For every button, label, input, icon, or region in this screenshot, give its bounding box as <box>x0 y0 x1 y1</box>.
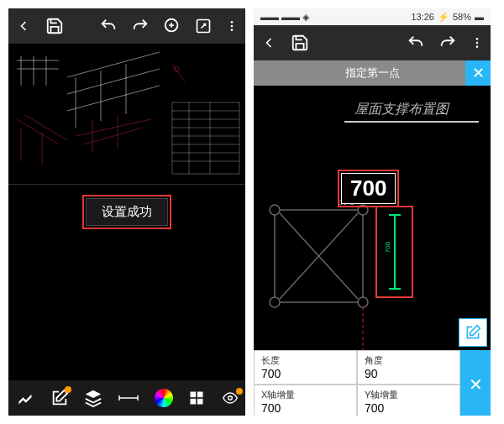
svg-point-45 <box>228 396 233 400</box>
edit-input-button[interactable] <box>459 318 487 347</box>
fullscreen-icon[interactable] <box>195 18 212 34</box>
cad-drawing <box>8 44 245 185</box>
drawing-canvas[interactable]: 屋面支撑布置图 GJ-1 700 700 <box>254 86 491 350</box>
angle-cell[interactable]: 角度 90 <box>357 350 460 385</box>
zoom-extents-icon[interactable] <box>163 17 181 35</box>
bottom-toolbar <box>8 380 245 416</box>
svg-line-13 <box>67 69 160 94</box>
cad-wireframe: GJ-1 <box>254 86 491 350</box>
measurement-highlight: 700 <box>338 170 399 207</box>
y-increment-cell[interactable]: Y轴增量 700 <box>357 385 460 416</box>
measure-icon[interactable] <box>118 392 139 404</box>
more-icon[interactable] <box>470 34 484 51</box>
length-value: 700 <box>261 367 349 380</box>
length-label: 长度 <box>261 354 349 367</box>
more-icon[interactable] <box>225 18 239 34</box>
svg-point-47 <box>476 38 479 40</box>
undo-icon[interactable] <box>99 17 118 35</box>
back-icon[interactable] <box>260 34 277 51</box>
svg-point-52 <box>270 297 280 307</box>
angle-value: 90 <box>365 367 453 380</box>
top-toolbar <box>8 8 245 44</box>
redo-icon[interactable] <box>438 34 457 52</box>
svg-rect-42 <box>197 392 203 398</box>
battery-icon: ▬ <box>475 12 484 22</box>
battery-percent: 58% <box>453 12 471 22</box>
svg-point-50 <box>270 205 280 215</box>
y-increment-value: 700 <box>365 401 453 415</box>
signal-icon: ▬▬ ▬▬ ◈ <box>260 12 309 23</box>
toast-message: 设置成功 <box>86 198 168 226</box>
redo-icon[interactable] <box>131 17 150 35</box>
dimension-line-highlight: 700 <box>375 206 413 298</box>
coordinate-input-panel: 长度 700 角度 90 ✕ X轴增量 700 Y轴增量 700 <box>254 350 491 416</box>
y-increment-label: Y轴增量 <box>365 389 453 401</box>
edit-tool-icon[interactable] <box>50 389 69 407</box>
svg-point-5 <box>231 25 234 28</box>
back-icon[interactable] <box>15 18 32 34</box>
screen-right: ▬▬ ▬▬ ◈ 13:26 ⚡ 58% ▬ 指定第一点 ✕ 屋面支撑布置图 <box>254 8 491 416</box>
layers-icon[interactable] <box>84 389 102 407</box>
measurement-value: 700 <box>341 173 396 204</box>
x-increment-value: 700 <box>261 401 349 415</box>
undo-icon[interactable] <box>407 34 425 52</box>
status-bar: ▬▬ ▬▬ ◈ 13:26 ⚡ 58% ▬ <box>254 8 491 25</box>
color-wheel-icon[interactable] <box>155 389 173 407</box>
svg-point-49 <box>476 45 479 48</box>
view-icon[interactable] <box>220 390 240 406</box>
svg-point-26 <box>174 66 179 71</box>
svg-point-6 <box>231 29 234 31</box>
save-icon[interactable] <box>45 17 64 35</box>
command-prompt-bar: 指定第一点 ✕ <box>254 60 491 86</box>
svg-rect-28 <box>172 102 239 174</box>
top-toolbar <box>254 25 491 60</box>
dimension-line: 700 <box>394 214 396 290</box>
draw-tool-icon[interactable] <box>15 390 35 406</box>
angle-label: 角度 <box>365 354 453 367</box>
grid-icon[interactable] <box>188 390 205 406</box>
svg-point-4 <box>231 21 234 24</box>
bluetooth-icon: ⚡ <box>438 12 449 23</box>
svg-line-14 <box>67 86 160 111</box>
svg-point-53 <box>358 297 368 307</box>
svg-line-23 <box>84 128 143 144</box>
x-increment-label: X轴增量 <box>261 389 349 401</box>
x-increment-cell[interactable]: X轴增量 700 <box>254 385 357 416</box>
status-time: 13:26 <box>411 12 434 22</box>
svg-line-18 <box>17 119 59 144</box>
svg-rect-43 <box>191 399 197 405</box>
close-prompt-button[interactable]: ✕ <box>465 60 491 86</box>
close-input-button[interactable]: ✕ <box>460 350 491 416</box>
prompt-text: 指定第一点 <box>345 65 400 81</box>
svg-line-22 <box>76 119 151 136</box>
dimension-label: 700 <box>384 242 391 253</box>
svg-rect-41 <box>191 392 197 398</box>
toast-highlight: 设置成功 <box>8 195 245 229</box>
svg-rect-44 <box>197 399 203 405</box>
svg-point-48 <box>476 42 479 44</box>
svg-line-12 <box>67 52 160 77</box>
svg-line-19 <box>25 115 67 140</box>
save-icon[interactable] <box>291 34 309 52</box>
length-cell[interactable]: 长度 700 <box>254 350 357 385</box>
drawing-canvas[interactable] <box>8 44 245 185</box>
screen-left: 设置成功 <box>8 8 245 416</box>
